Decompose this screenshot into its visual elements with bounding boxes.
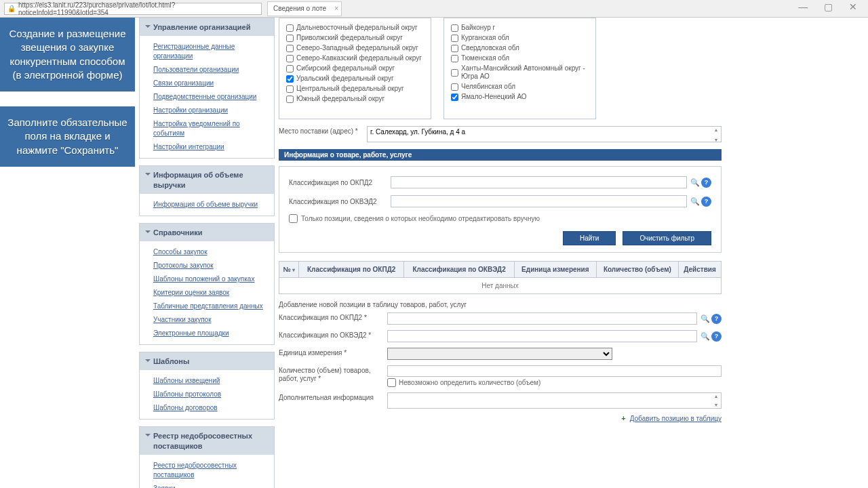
window-controls[interactable]: — ▢ ✕ xyxy=(798,1,864,12)
region-checkbox[interactable] xyxy=(451,24,458,32)
region-checkbox[interactable] xyxy=(286,85,294,93)
table-header[interactable]: Классификация по ОКВЭД2 xyxy=(404,262,515,278)
add-extra-input[interactable] xyxy=(387,392,722,409)
nav-section-title[interactable]: Шаблоны xyxy=(140,352,274,370)
nav-link[interactable]: Настройки интеграции xyxy=(140,140,274,154)
region-item[interactable]: Тюменская обл xyxy=(451,54,589,62)
region-box-left: Дальневосточный федеральный округПриволж… xyxy=(279,18,431,119)
help-icon[interactable]: ? xyxy=(711,314,722,324)
nav-section-title[interactable]: Реестр недобросовестных поставщиков xyxy=(140,427,274,455)
region-item[interactable]: Уральский федеральный округ xyxy=(286,75,424,83)
nav-link[interactable]: Пользователи организации xyxy=(140,63,274,77)
add-position-link[interactable]: Добавить позицию в таблицу xyxy=(630,415,722,422)
region-checkbox[interactable] xyxy=(286,65,294,73)
sort-icon[interactable]: ▾ xyxy=(292,267,295,273)
nav-link[interactable]: Участники закупок xyxy=(140,313,274,327)
browser-tab[interactable]: Сведения о лоте × xyxy=(267,1,342,16)
region-item[interactable]: Сибирский федеральный округ xyxy=(286,64,424,73)
region-checkbox[interactable] xyxy=(451,45,458,52)
table-header[interactable]: Единица измерения xyxy=(514,262,596,278)
region-checkbox[interactable] xyxy=(286,35,294,42)
region-checkbox[interactable] xyxy=(451,35,458,42)
search-icon[interactable]: 🔍 xyxy=(690,197,700,207)
region-item[interactable]: Челябинская обл xyxy=(451,83,589,91)
help-icon[interactable]: ? xyxy=(711,331,722,342)
region-item[interactable]: Северо-Кавказский федеральный округ xyxy=(286,54,424,62)
tab-title: Сведения о лоте xyxy=(273,5,326,12)
nav-link[interactable]: Настройки организации xyxy=(140,104,274,117)
search-icon[interactable]: 🔍 xyxy=(700,331,710,342)
find-button[interactable]: Найти xyxy=(563,231,616,245)
region-checkbox[interactable] xyxy=(451,55,458,62)
region-label: Приволжский федеральный округ xyxy=(296,34,403,42)
table-header[interactable]: №▾ xyxy=(279,262,299,278)
add-section-title: Добавление новой позиции в таблицу товар… xyxy=(279,301,722,308)
nav-section-title[interactable]: Информация об объеме выручки xyxy=(140,166,274,194)
url-bar[interactable]: 🔒 https://eis3.lanit.ru/223/purchase/pri… xyxy=(4,3,262,15)
filter-onlyedit-checkbox[interactable] xyxy=(289,214,298,223)
nav-link[interactable]: Шаблоны извещений xyxy=(140,374,274,388)
nav-link[interactable]: Протоколы закупок xyxy=(140,259,274,272)
region-checkbox[interactable] xyxy=(451,83,458,91)
nav-link[interactable]: Шаблоны протоколов xyxy=(140,388,274,401)
table-header[interactable]: Действия xyxy=(679,262,722,278)
help-icon[interactable]: ? xyxy=(701,178,711,188)
add-unit-select[interactable] xyxy=(387,348,612,360)
nav-link[interactable]: Шаблоны положений о закупках xyxy=(140,272,274,286)
table-header[interactable]: Количество (объем) xyxy=(596,262,678,278)
positions-table: №▾Классификация по ОКПД2Классификация по… xyxy=(279,261,722,294)
add-unit-label: Единица измерения * xyxy=(279,348,387,357)
region-checkbox[interactable] xyxy=(286,55,294,62)
nav-link[interactable]: Информация об объеме выручки xyxy=(140,198,274,211)
scrollbar[interactable]: ▴▾ xyxy=(711,127,721,143)
delivery-input[interactable] xyxy=(367,126,722,142)
region-checkbox[interactable] xyxy=(286,45,294,52)
nav-link[interactable]: Заявки xyxy=(140,482,274,488)
add-okved2-input[interactable] xyxy=(387,330,697,342)
region-item[interactable]: Свердловская обл xyxy=(451,44,589,52)
region-item[interactable]: Южный федеральный округ xyxy=(286,95,424,103)
filter-okved2-label: Классификация по ОКВЭД2 xyxy=(289,198,391,205)
region-label: Байконур г xyxy=(461,24,495,32)
region-checkbox[interactable] xyxy=(286,75,294,83)
table-header[interactable]: Классификация по ОКПД2 xyxy=(299,262,404,278)
nav-section-title[interactable]: Справочники xyxy=(140,224,274,241)
region-item[interactable]: Центральный федеральный округ xyxy=(286,85,424,93)
region-item[interactable]: Ямало-Ненецкий АО xyxy=(451,93,589,101)
nav-link[interactable]: Связи организации xyxy=(140,77,274,90)
region-item[interactable]: Северо-Западный федеральный округ xyxy=(286,44,424,52)
region-checkbox[interactable] xyxy=(286,96,294,103)
add-qty-input[interactable] xyxy=(387,365,722,377)
nav-link[interactable]: Электронные площадки xyxy=(140,327,274,340)
nav-link[interactable]: Шаблоны договоров xyxy=(140,401,274,415)
filter-okved2-input[interactable] xyxy=(391,195,687,207)
region-item[interactable]: Ханты-Мансийский Автономный округ - Югра… xyxy=(451,64,589,81)
region-checkbox[interactable] xyxy=(451,69,458,77)
add-okpd2-input[interactable] xyxy=(387,312,697,325)
region-checkbox[interactable] xyxy=(286,24,294,32)
scrollbar[interactable]: ▴▾ xyxy=(711,393,721,408)
region-item[interactable]: Приволжский федеральный округ xyxy=(286,34,424,42)
nav-link[interactable]: Табличные представления данных xyxy=(140,300,274,313)
nav-link[interactable]: Настройка уведомлений по событиям xyxy=(140,117,274,140)
search-icon[interactable]: 🔍 xyxy=(700,314,710,324)
search-icon[interactable]: 🔍 xyxy=(690,178,700,188)
nav-link[interactable]: Способы закупок xyxy=(140,245,274,259)
region-label: Ямало-Ненецкий АО xyxy=(461,93,527,101)
nav-link[interactable]: Регистрационные данные организации xyxy=(140,40,274,63)
filter-okpd2-input[interactable] xyxy=(391,176,687,188)
add-qty-na-checkbox[interactable] xyxy=(387,378,396,387)
nav-section: СправочникиСпособы закупокПротоколы заку… xyxy=(139,223,275,345)
region-checkbox[interactable] xyxy=(451,94,458,101)
help-icon[interactable]: ? xyxy=(701,197,711,207)
clear-filter-button[interactable]: Очистить фильтр xyxy=(623,231,711,245)
region-item[interactable]: Дальневосточный федеральный округ xyxy=(286,24,424,32)
filter-onlyedit-label: Только позиции, сведения о которых необх… xyxy=(301,215,540,222)
nav-section-title[interactable]: Управление организацией xyxy=(140,18,274,36)
close-icon[interactable]: × xyxy=(334,5,338,12)
region-item[interactable]: Байконур г xyxy=(451,24,589,32)
nav-link[interactable]: Реестр недобросовестных поставщиков xyxy=(140,459,274,482)
nav-link[interactable]: Критерии оценки заявок xyxy=(140,286,274,300)
region-item[interactable]: Курганская обл xyxy=(451,34,589,42)
nav-link[interactable]: Подведомственные организации xyxy=(140,90,274,104)
